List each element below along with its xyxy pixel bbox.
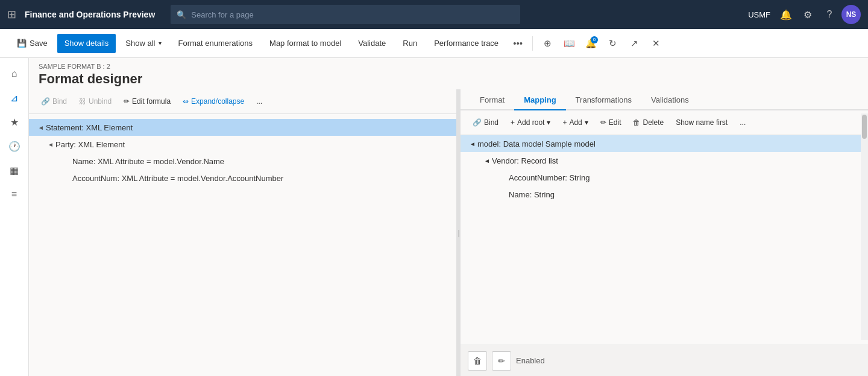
add-root-button[interactable]: + Add root ▾: [506, 114, 555, 131]
show-name-first-button[interactable]: Show name first: [671, 114, 732, 131]
notification-badge-button[interactable]: 🔔 0: [581, 34, 600, 53]
right-tree: ◄ model: Data model Sample model ◄ Vendo…: [461, 135, 868, 376]
right-tree-item-label: AccountNumber: String: [509, 173, 590, 182]
tree-arrow-icon: [63, 156, 72, 166]
expand-collapse-button[interactable]: ⇔ Expand/collapse: [178, 93, 249, 110]
unlink-icon: ⛓: [79, 97, 86, 106]
tab-validations[interactable]: Validations: [641, 89, 699, 110]
share-button[interactable]: ↗: [624, 34, 644, 53]
map-format-to-model-button[interactable]: Map format to model: [262, 34, 348, 53]
right-tree-item-label: model: Data model Sample model: [477, 139, 596, 148]
top-navigation: ⊞ Finance and Operations Preview 🔍 USMF …: [0, 0, 868, 29]
right-tree-row[interactable]: AccountNumber: String: [461, 169, 868, 186]
right-tree-item-label: Name: String: [509, 190, 555, 199]
content-area: SAMPLE FORMAT B : 2 Format designer 🔗 Bi…: [29, 58, 868, 376]
run-button[interactable]: Run: [395, 34, 424, 53]
bind-button[interactable]: 🔗 Bind: [36, 93, 72, 110]
bell-icon[interactable]: 🔔: [776, 5, 796, 24]
toolbar-separator: [532, 36, 533, 51]
save-button[interactable]: 💾 Save: [10, 34, 55, 53]
avatar[interactable]: NS: [841, 5, 861, 24]
tree-item-label: Statement: XML Element: [46, 123, 133, 132]
left-panel: 🔗 Bind ⛓ Unbind ✏ Edit formula ⇔ Expand/…: [29, 89, 457, 376]
right-scrollbar[interactable]: [861, 113, 868, 340]
tab-transformations[interactable]: Transformations: [566, 89, 641, 110]
refresh-button[interactable]: ↻: [603, 34, 622, 53]
bottom-edit-button[interactable]: ✏: [492, 351, 511, 371]
show-details-button[interactable]: Show details: [57, 34, 116, 53]
nav-right: USMF 🔔 ⚙ ? NS: [748, 5, 861, 24]
page-title: Format designer: [39, 71, 858, 87]
tree-item-label: Party: XML Element: [55, 140, 125, 149]
link-icon: 🔗: [41, 97, 50, 106]
left-sidebar: ⌂ ⊿ ★ 🕐 ▦ ≡: [0, 58, 29, 376]
main-toolbar: 💾 Save Show details Show all ▾ Format en…: [0, 29, 868, 58]
tree-item-label: AccountNum: XML Attribute = model.Vendor…: [72, 174, 283, 183]
add-plus-icon: +: [562, 118, 567, 127]
right-tree-row[interactable]: ◄ model: Data model Sample model: [461, 135, 868, 152]
edit-formula-button[interactable]: ✏ Edit formula: [119, 93, 175, 110]
tree-row[interactable]: ◄ Statement: XML Element: [29, 119, 456, 136]
app-grid-icon[interactable]: ⊞: [7, 8, 16, 21]
right-tree-arrow-icon: [499, 173, 509, 182]
puzzle-icon-button[interactable]: ⊕: [538, 34, 557, 53]
search-input[interactable]: [191, 10, 514, 19]
show-all-button[interactable]: Show all ▾: [118, 34, 168, 53]
right-more-button[interactable]: ...: [735, 114, 750, 131]
settings-icon[interactable]: ⚙: [798, 5, 817, 24]
breadcrumb: SAMPLE FORMAT B : 2: [39, 63, 858, 70]
right-tree-arrow-icon: ◄: [468, 141, 477, 147]
performance-trace-button[interactable]: Performance trace: [427, 34, 506, 53]
page-header: SAMPLE FORMAT B : 2 Format designer: [29, 58, 868, 89]
tab-format[interactable]: Format: [470, 89, 514, 110]
sidebar-nav-table[interactable]: ▦: [4, 159, 25, 181]
bookmark-icon-button[interactable]: 📖: [559, 34, 579, 53]
right-scrollbar-thumb[interactable]: [862, 115, 867, 139]
close-button[interactable]: ✕: [646, 34, 665, 53]
split-pane: 🔗 Bind ⛓ Unbind ✏ Edit formula ⇔ Expand/…: [29, 89, 868, 376]
add-root-chevron-icon: ▾: [547, 118, 550, 127]
app-title: Finance and Operations Preview: [25, 10, 155, 19]
notification-count: 0: [591, 36, 598, 43]
add-button[interactable]: + Add ▾: [558, 114, 593, 131]
left-more-button[interactable]: ...: [251, 93, 267, 110]
right-link-icon: 🔗: [473, 118, 482, 127]
tree-arrow-icon: ◄: [36, 123, 46, 132]
tab-mapping[interactable]: Mapping: [514, 89, 565, 110]
right-edit-button[interactable]: ✏ Edit: [596, 114, 626, 131]
right-tree-row[interactable]: Name: String: [461, 186, 868, 203]
show-all-chevron-icon: ▾: [159, 40, 162, 46]
tree-row[interactable]: ◄ Party: XML Element: [29, 136, 456, 153]
tabs-bar: Format Mapping Transformations Validatio…: [461, 89, 868, 110]
right-delete-button[interactable]: 🗑 Delete: [628, 114, 668, 131]
bottom-delete-button[interactable]: 🗑: [468, 351, 487, 371]
format-enumerations-button[interactable]: Format enumerations: [171, 34, 260, 53]
search-icon: 🔍: [177, 10, 186, 19]
right-tree-item-label: Vendor: Record list: [492, 156, 558, 165]
right-trash-icon: 🗑: [633, 118, 640, 127]
bottom-status-bar: 🗑 ✏ Enabled: [461, 345, 868, 376]
tree-item-label: Name: XML Attribute = model.Vendor.Name: [72, 157, 224, 166]
right-pencil-icon: ✏: [600, 118, 606, 127]
more-options-button[interactable]: •••: [508, 34, 527, 53]
validate-button[interactable]: Validate: [351, 34, 393, 53]
right-panel-toolbar: 🔗 Bind + Add root ▾ + Add ▾ ✏: [461, 110, 868, 135]
tree-row[interactable]: Name: XML Attribute = model.Vendor.Name: [29, 153, 456, 170]
main-layout: ⌂ ⊿ ★ 🕐 ▦ ≡ SAMPLE FORMAT B : 2 Format d…: [0, 58, 868, 376]
sidebar-nav-home[interactable]: ⌂: [4, 63, 25, 84]
right-bind-button[interactable]: 🔗 Bind: [468, 114, 503, 131]
sidebar-nav-list[interactable]: ≡: [4, 183, 25, 205]
right-tree-row[interactable]: ◄ Vendor: Record list: [461, 152, 868, 169]
help-icon[interactable]: ?: [820, 5, 839, 24]
user-region: USMF: [748, 10, 770, 19]
tree-row[interactable]: AccountNum: XML Attribute = model.Vendor…: [29, 170, 456, 186]
sidebar-nav-clock[interactable]: 🕐: [4, 135, 25, 157]
unbind-button[interactable]: ⛓ Unbind: [74, 93, 116, 110]
sidebar-nav-star[interactable]: ★: [4, 111, 25, 133]
tree-arrow-icon: ◄: [46, 139, 55, 149]
sidebar-nav-filter[interactable]: ⊿: [4, 87, 25, 109]
left-tree: ◄ Statement: XML Element ◄ Party: XML El…: [29, 114, 456, 376]
search-bar[interactable]: 🔍: [171, 5, 520, 24]
left-panel-toolbar: 🔗 Bind ⛓ Unbind ✏ Edit formula ⇔ Expand/…: [29, 89, 456, 114]
add-chevron-icon: ▾: [585, 118, 588, 127]
